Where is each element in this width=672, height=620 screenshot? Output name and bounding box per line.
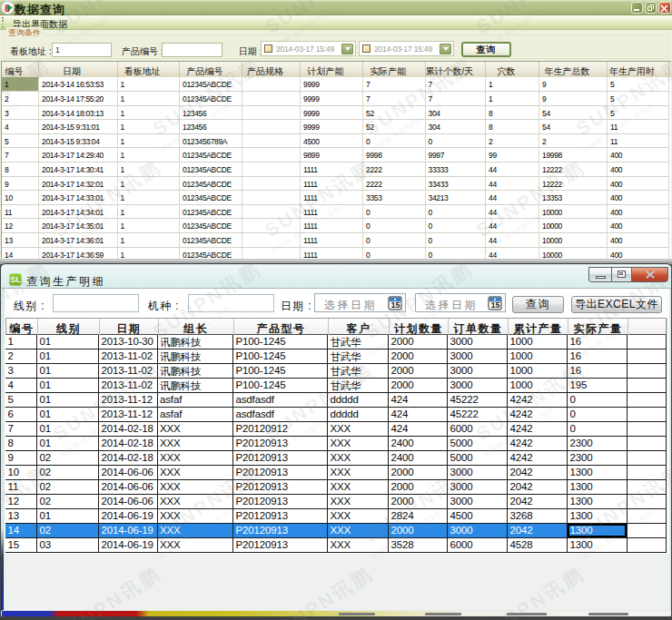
svg-text:15: 15 (390, 300, 400, 310)
svg-text:15: 15 (490, 300, 499, 310)
